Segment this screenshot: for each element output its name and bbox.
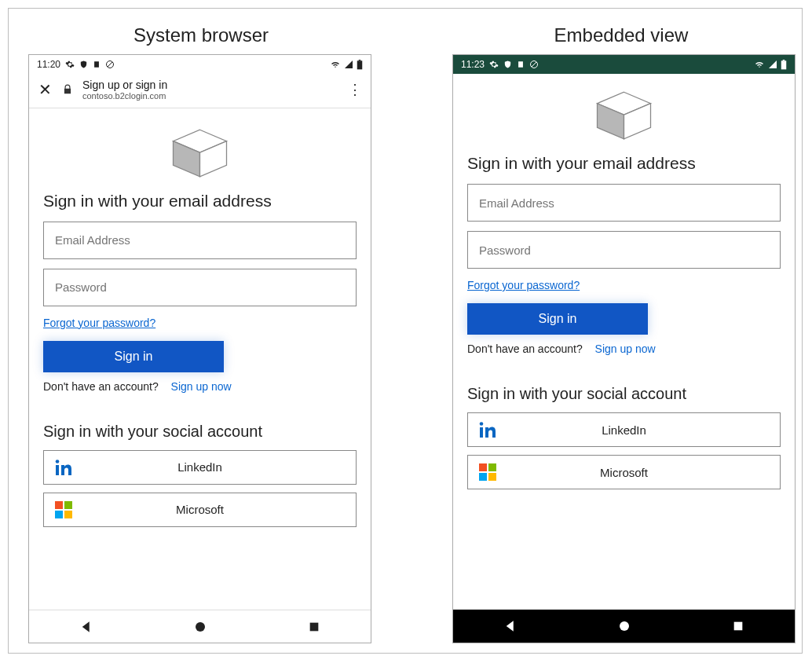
app-logo-cube-icon: [166, 126, 233, 181]
svg-rect-15: [310, 622, 319, 631]
lock-icon: [62, 84, 73, 95]
svg-line-2: [108, 62, 112, 67]
password-field[interactable]: [467, 231, 781, 269]
nav-recent-icon[interactable]: [732, 620, 744, 632]
wifi-icon: [330, 60, 341, 69]
right-title: Embedded view: [437, 24, 806, 46]
nav-home-icon[interactable]: [193, 620, 207, 634]
svg-rect-13: [64, 511, 72, 518]
password-field[interactable]: [43, 269, 357, 306]
phone-system-browser: 11:20 ✕ Sign up or sign in contoso.b2clo…: [28, 54, 371, 643]
email-field[interactable]: [43, 222, 357, 259]
app-logo-cube-icon: [591, 88, 657, 143]
nav-back-icon[interactable]: [79, 620, 93, 634]
page-domain: contoso.b2clogin.com: [82, 91, 338, 101]
svg-rect-26: [479, 463, 487, 471]
shield-icon: [503, 60, 512, 69]
linkedin-icon: [468, 420, 507, 439]
browser-address-bar: ✕ Sign up or sign in contoso.b2clogin.co…: [29, 74, 371, 108]
svg-rect-29: [488, 473, 496, 481]
linkedin-label: LinkedIn: [83, 460, 356, 474]
battery-icon: [357, 60, 363, 70]
clock: 11:20: [37, 59, 60, 70]
circle-slash-icon: [105, 60, 115, 69]
close-icon[interactable]: ✕: [37, 80, 53, 99]
no-account-text: Don't have an account?: [467, 342, 583, 355]
left-title: System browser: [9, 24, 393, 46]
nav-recent-icon[interactable]: [308, 621, 320, 633]
svg-point-9: [56, 460, 60, 463]
svg-rect-16: [518, 61, 523, 68]
social-heading: Sign in with your social account: [43, 423, 357, 441]
signin-heading: Sign in with your email address: [43, 192, 357, 211]
email-field[interactable]: [467, 184, 781, 222]
svg-point-14: [196, 622, 205, 632]
svg-rect-10: [55, 501, 63, 509]
svg-rect-24: [480, 427, 483, 438]
signup-link[interactable]: Sign up now: [595, 342, 656, 355]
svg-rect-0: [94, 61, 99, 68]
clock: 11:23: [461, 59, 485, 70]
battery-icon: [781, 60, 787, 70]
status-bar: 11:20: [29, 55, 371, 74]
linkedin-button[interactable]: LinkedIn: [43, 450, 357, 485]
forgot-password-link[interactable]: Forgot your password?: [467, 279, 580, 291]
linkedin-label: LinkedIn: [507, 423, 780, 437]
rect-icon: [93, 60, 101, 69]
signin-heading: Sign in with your email address: [467, 154, 781, 173]
forgot-password-link[interactable]: Forgot your password?: [43, 317, 155, 329]
nav-home-icon[interactable]: [617, 619, 631, 633]
nav-back-icon[interactable]: [503, 619, 518, 633]
rect-icon: [517, 60, 525, 69]
microsoft-label: Microsoft: [507, 466, 780, 479]
svg-rect-31: [734, 622, 743, 631]
linkedin-button[interactable]: LinkedIn: [467, 412, 781, 447]
signin-button[interactable]: Sign in: [467, 303, 648, 335]
linkedin-icon: [44, 458, 83, 477]
android-nav-bar: [453, 610, 795, 643]
no-account-text: Don't have an account?: [43, 380, 159, 393]
microsoft-label: Microsoft: [83, 503, 356, 516]
svg-rect-27: [488, 463, 496, 471]
svg-rect-19: [781, 60, 787, 69]
page-title: Sign up or sign in: [82, 79, 338, 91]
svg-rect-11: [64, 501, 72, 509]
android-nav-bar: [29, 610, 371, 643]
svg-rect-4: [359, 60, 361, 60]
svg-point-30: [620, 621, 629, 631]
svg-rect-20: [783, 60, 785, 60]
social-heading: Sign in with your social account: [467, 385, 781, 403]
signin-button[interactable]: Sign in: [43, 341, 224, 372]
signal-icon: [344, 60, 353, 69]
svg-point-25: [480, 422, 484, 426]
microsoft-icon: [468, 463, 507, 481]
phone-embedded-view: 11:23 Sign in with your email address: [452, 54, 796, 643]
microsoft-button[interactable]: Microsoft: [467, 455, 781, 489]
microsoft-icon: [44, 501, 83, 518]
status-bar: 11:23: [453, 55, 795, 74]
gear-icon: [489, 60, 499, 69]
wifi-icon: [754, 60, 765, 69]
svg-rect-3: [357, 60, 363, 69]
svg-rect-12: [55, 511, 63, 518]
signup-link[interactable]: Sign up now: [171, 380, 232, 393]
overflow-menu-icon[interactable]: ⋮: [347, 81, 363, 98]
svg-rect-28: [479, 473, 487, 481]
circle-slash-icon: [529, 60, 539, 69]
svg-rect-8: [56, 465, 59, 475]
signal-icon: [768, 60, 777, 69]
gear-icon: [65, 60, 75, 69]
microsoft-button[interactable]: Microsoft: [43, 493, 357, 527]
svg-line-18: [532, 62, 536, 67]
shield-icon: [79, 60, 88, 69]
